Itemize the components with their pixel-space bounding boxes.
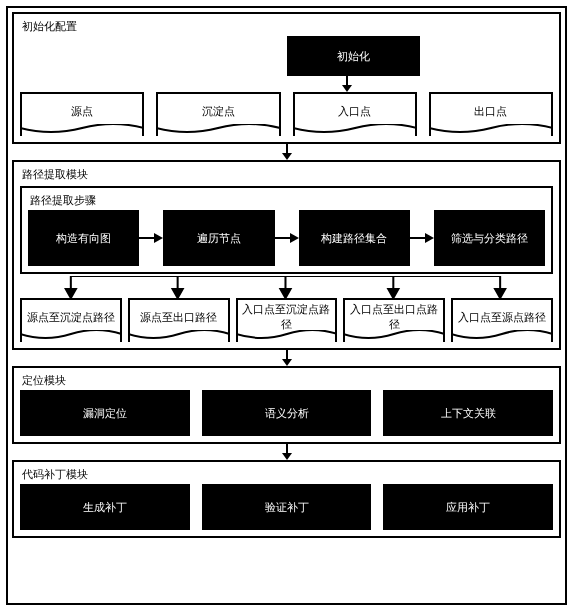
svg-marker-22 (282, 359, 292, 366)
init-top-box: 初始化 (287, 36, 420, 76)
module-patch-title: 代码补丁模块 (20, 466, 553, 484)
doc-path-3: 入口点至出口点路径 (343, 298, 445, 342)
diagram-root: 初始化配置 初始化 源点 沉淀点 入口点 出口点 路径提取模块 路径提取步骤 (6, 6, 567, 605)
path-inner-title: 路径提取步骤 (28, 192, 545, 210)
step-2: 遍历节点 (163, 210, 274, 266)
step-3: 构建路径集合 (299, 210, 410, 266)
svg-marker-24 (282, 453, 292, 460)
locate-box-0: 漏洞定位 (20, 390, 190, 436)
doc-path-1: 源点至出口路径 (128, 298, 230, 342)
arrow-r3 (410, 231, 434, 245)
path-fanout-arrows (22, 276, 551, 298)
locate-box-1: 语义分析 (202, 390, 372, 436)
arrow-3 (12, 444, 561, 460)
arrow-2 (12, 350, 561, 366)
patch-row: 生成补丁 验证补丁 应用补丁 (20, 484, 553, 530)
svg-marker-5 (154, 233, 163, 243)
path-inner-section: 路径提取步骤 构造有向图 遍历节点 构建路径集合 筛选与分类路径 (20, 186, 553, 274)
svg-marker-12 (66, 289, 76, 298)
arrow-init-down (20, 76, 553, 92)
patch-box-1: 验证补丁 (202, 484, 372, 530)
module-locate: 定位模块 漏洞定位 语义分析 上下文关联 (12, 366, 561, 444)
locate-row: 漏洞定位 语义分析 上下文关联 (20, 390, 553, 436)
path-docs-row: 源点至沉淀点路径 源点至出口路径 入口点至沉淀点路径 入口点至出口点路径 入口点… (20, 298, 553, 342)
arrow-r2 (275, 231, 299, 245)
svg-marker-16 (280, 289, 290, 298)
module-path-title: 路径提取模块 (20, 166, 553, 184)
doc-path-4: 入口点至源点路径 (451, 298, 553, 342)
step-4: 筛选与分类路径 (434, 210, 545, 266)
init-docs-row: 源点 沉淀点 入口点 出口点 (20, 92, 553, 136)
module-patch: 代码补丁模块 生成补丁 验证补丁 应用补丁 (12, 460, 561, 538)
arrow-1 (12, 144, 561, 160)
svg-marker-1 (342, 85, 352, 92)
svg-marker-3 (282, 153, 292, 160)
doc-entry: 入口点 (293, 92, 417, 136)
svg-marker-7 (290, 233, 299, 243)
doc-sink: 沉淀点 (156, 92, 280, 136)
module-init-title: 初始化配置 (20, 18, 553, 36)
doc-exit: 出口点 (429, 92, 553, 136)
module-path: 路径提取模块 路径提取步骤 构造有向图 遍历节点 构建路径集合 筛选与分类路径 (12, 160, 561, 350)
patch-box-2: 应用补丁 (383, 484, 553, 530)
svg-marker-14 (173, 289, 183, 298)
doc-path-2: 入口点至沉淀点路径 (236, 298, 338, 342)
path-steps-row: 构造有向图 遍历节点 构建路径集合 筛选与分类路径 (28, 210, 545, 266)
patch-box-0: 生成补丁 (20, 484, 190, 530)
svg-marker-20 (495, 289, 505, 298)
step-1: 构造有向图 (28, 210, 139, 266)
doc-path-0: 源点至沉淀点路径 (20, 298, 122, 342)
module-init: 初始化配置 初始化 源点 沉淀点 入口点 出口点 (12, 12, 561, 144)
locate-box-2: 上下文关联 (383, 390, 553, 436)
svg-marker-18 (388, 289, 398, 298)
doc-source: 源点 (20, 92, 144, 136)
module-locate-title: 定位模块 (20, 372, 553, 390)
arrow-r1 (139, 231, 163, 245)
svg-marker-9 (425, 233, 434, 243)
